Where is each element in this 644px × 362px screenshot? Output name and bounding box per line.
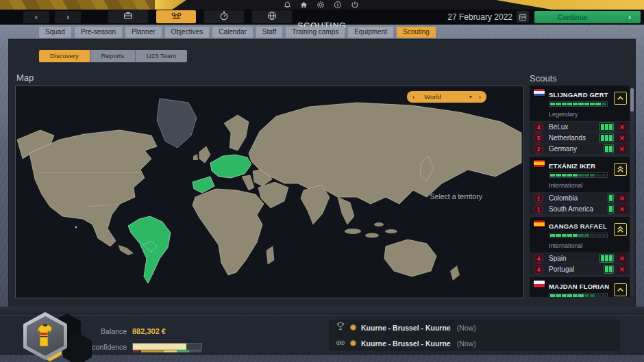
bell-icon[interactable] [284, 1, 291, 9]
date-label: 27 February 2022 [447, 12, 512, 22]
event-row[interactable]: Kuurne - Brussel - Kuurne(Now) [336, 337, 620, 350]
scout-info: SLIJNGARD GERTLegendary [549, 88, 614, 119]
map-hint-text: Select a territory [430, 192, 482, 201]
back-button[interactable]: ‹ [23, 11, 49, 23]
scout-card-majdan-florian: MAJDAN FLORIANInternational1France✕1Cent… [530, 277, 630, 297]
scout-card-etx-niz-iker: ETXÁNIZ IKERInternational1Colombia✕1Sout… [530, 157, 630, 214]
tab-training-camps[interactable]: Training camps [286, 27, 345, 38]
forward-button[interactable]: › [55, 11, 81, 23]
skill-cell [584, 174, 589, 177]
rider-count-badge: 1 [534, 194, 543, 203]
collapse-button[interactable] [614, 283, 627, 296]
event-status-dot [350, 340, 356, 346]
skill-cell [562, 103, 567, 105]
team-badge[interactable] [18, 312, 93, 361]
region-name: BeLux [549, 123, 599, 131]
tab-calendar[interactable]: Calendar [212, 27, 253, 38]
team-menu-button[interactable] [156, 10, 196, 23]
calendar-icon[interactable] [517, 11, 529, 23]
gear-icon[interactable] [317, 1, 325, 9]
world-map[interactable]: ‹ World ▾ › Select a territory [15, 86, 524, 298]
battery-cell [609, 135, 612, 141]
remove-region-button[interactable]: ✕ [617, 122, 627, 131]
region-row-netherlands[interactable]: 5Netherlands✕ [530, 133, 630, 143]
event-row[interactable]: Kuurne - Brussel - Kuurne(Now) [336, 322, 620, 334]
region-row-spain[interactable]: 4Spain✕ [530, 253, 630, 263]
selector-next-icon[interactable]: › [479, 93, 481, 101]
tab-objectives[interactable]: Objectives [165, 27, 210, 38]
subtab-discovery[interactable]: Discovery [39, 50, 90, 62]
skill-cell [590, 174, 595, 177]
scout-name: MAJDAN FLORIAN [549, 283, 609, 290]
date-display[interactable]: 27 February 2022 [447, 11, 529, 23]
skill-cell [578, 103, 583, 105]
collapse-button[interactable] [614, 223, 627, 236]
scout-card-gangas-rafael: GANGAS RAFAELInternational4Spain✕4Portug… [530, 217, 630, 274]
rider-count-badge: 4 [534, 265, 543, 274]
scout-name: SLIJNGARD GERT [549, 91, 608, 99]
skill-cell [567, 294, 572, 297]
battery-cell [609, 146, 612, 152]
selector-prev-icon[interactable]: ‹ [412, 93, 414, 101]
skill-cell [573, 234, 578, 237]
balance-value: 882,302 € [132, 327, 166, 335]
region-row-colombia[interactable]: 1Colombia✕ [530, 193, 630, 203]
tab-staff[interactable]: Staff [256, 27, 282, 38]
skill-cell [567, 234, 572, 237]
tab-squad[interactable]: Squad [39, 27, 71, 38]
scout-skill-bar [549, 293, 608, 297]
skill-cell [590, 294, 595, 297]
remove-region-button[interactable]: ✕ [617, 254, 627, 263]
tab-pre-season[interactable]: Pre-season [75, 27, 122, 38]
territory-selector[interactable]: ‹ World ▾ › [407, 91, 486, 103]
continue-button[interactable]: Continue › [534, 11, 641, 23]
remove-region-button[interactable]: ✕ [617, 194, 627, 203]
scout-header[interactable]: SLIJNGARD GERTLegendary [530, 86, 630, 121]
region-row-portugal[interactable]: 4Portugal✕ [530, 264, 630, 274]
event-status: (Now) [457, 339, 476, 348]
remove-region-button[interactable]: ✕ [617, 133, 627, 142]
calendar-menu-button[interactable] [108, 10, 148, 23]
subtab-reports[interactable]: Reports [90, 50, 136, 62]
home-icon[interactable] [300, 1, 308, 9]
tab-planner[interactable]: Planner [125, 27, 161, 38]
event-status: (Now) [457, 324, 476, 332]
scout-card-slijngard-gert: SLIJNGARD GERTLegendary4BeLux✕5Netherlan… [530, 86, 630, 154]
scrollbar-thumb[interactable] [630, 88, 634, 112]
scout-level: Legendary [549, 111, 578, 118]
globe-menu-button[interactable] [252, 10, 292, 23]
chevron-down-icon[interactable]: ▾ [469, 94, 472, 100]
stopwatch-icon [219, 10, 230, 24]
scout-header[interactable]: ETXÁNIZ IKERInternational [530, 157, 630, 192]
power-icon[interactable] [351, 1, 359, 9]
stopwatch-menu-button[interactable] [204, 10, 244, 23]
info-icon[interactable] [334, 1, 342, 9]
rider-count-badge: 5 [534, 133, 543, 143]
region-row-south-america[interactable]: 1South America✕ [530, 204, 630, 214]
scout-header[interactable]: GANGAS RAFAELInternational [530, 217, 630, 253]
subtab-u23-team[interactable]: U23 Team [136, 50, 187, 62]
skill-cell [550, 294, 555, 297]
tab-equipment[interactable]: Equipment [348, 27, 393, 38]
scouts-scrollbar[interactable] [630, 87, 634, 296]
remove-region-button[interactable]: ✕ [617, 144, 627, 153]
skill-cell [602, 234, 606, 237]
scouts-section-title: Scouts [530, 73, 557, 83]
battery-cell [609, 195, 612, 201]
flag-icon-es [533, 159, 545, 168]
globe-icon [267, 10, 277, 24]
collapse-button[interactable] [614, 92, 627, 105]
region-row-belux[interactable]: 4BeLux✕ [530, 122, 630, 132]
remove-region-button[interactable]: ✕ [617, 265, 627, 274]
scout-header[interactable]: MAJDAN FLORIANInternational [530, 277, 630, 297]
binoculars-icon [336, 337, 345, 350]
remove-region-button[interactable]: ✕ [617, 205, 627, 214]
map-region-hawaii[interactable] [75, 227, 77, 229]
collapse-button[interactable] [614, 163, 627, 176]
gold-wedge [155, 0, 186, 10]
continue-label: Continue [558, 14, 587, 21]
skill-cell [556, 103, 560, 105]
tab-scouting[interactable]: Scouting [397, 27, 436, 38]
region-row-germany[interactable]: 2Germany✕ [530, 144, 630, 154]
skill-cell [595, 103, 600, 105]
